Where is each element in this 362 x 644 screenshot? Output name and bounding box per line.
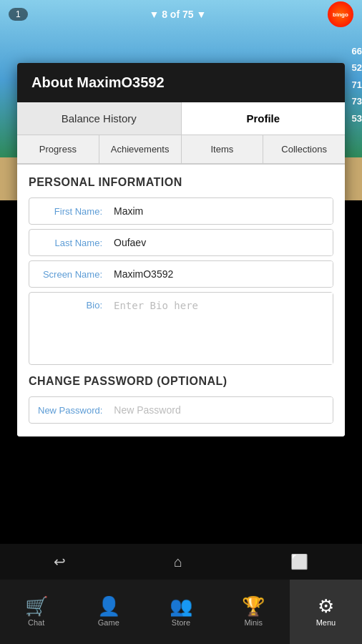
minis-label: Minis [244, 618, 263, 627]
menu-icon: ⚙ [318, 597, 334, 615]
sub-tab-bar: Progress Achievements Items Collections [17, 135, 345, 165]
screen-name-label: Screen Name: [29, 262, 108, 287]
nav-minis[interactable]: 🏆 Minis [217, 580, 290, 644]
store-icon: 👥 [170, 597, 192, 615]
chat-icon: 🛒 [25, 597, 48, 615]
last-name-field-row: Last Name: [29, 229, 333, 256]
tab-items[interactable]: Items [182, 135, 264, 163]
tab-achievements[interactable]: Achievements [99, 135, 182, 163]
game-label: Game [98, 618, 119, 627]
bingo-logo: bingo [328, 1, 353, 27]
game-icon: 👤 [97, 597, 120, 615]
first-name-label: First Name: [29, 199, 108, 224]
chat-label: Chat [28, 618, 44, 627]
top-bar: 1 ▼ 8 of 75 ▼ bingo [0, 0, 362, 29]
bio-input[interactable] [108, 293, 333, 364]
minis-icon: 🏆 [242, 597, 265, 615]
nav-store[interactable]: 👥 Store [145, 580, 217, 644]
last-name-label: Last Name: [29, 230, 108, 255]
modal-content: PERSONAL INFORMATION First Name: Last Na… [17, 165, 345, 436]
change-password-header: CHANGE PASSWORD (OPTIONAL) [29, 375, 333, 388]
main-tab-bar: Balance History Profile [17, 102, 345, 135]
nav-chat[interactable]: 🛒 Chat [0, 580, 72, 644]
modal-title: About MaximO3592 [17, 63, 345, 102]
recent-apps-button[interactable]: ⬜ [276, 547, 323, 576]
last-name-input[interactable] [108, 230, 333, 255]
nav-menu[interactable]: ⚙ Menu [290, 580, 362, 644]
screen-name-input[interactable] [108, 261, 333, 287]
first-name-field-row: First Name: [29, 197, 333, 225]
store-label: Store [172, 618, 190, 627]
new-password-input[interactable] [108, 397, 333, 423]
new-password-field-row: New Password: [29, 396, 333, 424]
tab-progress[interactable]: Progress [17, 135, 99, 163]
profile-modal: About MaximO3592 Balance History Profile… [17, 63, 345, 436]
tab-collections[interactable]: Collections [263, 135, 345, 163]
bottom-nav-bar: 🛒 Chat 👤 Game 👥 Store 🏆 Minis ⚙ Menu [0, 580, 362, 644]
back-button[interactable]: ↩ [39, 547, 80, 576]
system-nav-bar: ↩ ⌂ ⬜ [0, 544, 362, 580]
nav-game[interactable]: 👤 Game [72, 580, 145, 644]
personal-info-header: PERSONAL INFORMATION [29, 176, 333, 189]
tab-balance-history[interactable]: Balance History [17, 102, 182, 135]
bio-field-row: Bio: [29, 292, 333, 365]
tab-profile[interactable]: Profile [182, 102, 346, 135]
menu-label: Menu [316, 618, 336, 627]
page-indicator: ▼ 8 of 75 ▼ [149, 9, 206, 20]
home-button[interactable]: ⌂ [160, 548, 197, 576]
bio-label: Bio: [29, 293, 108, 318]
first-name-input[interactable] [108, 198, 333, 224]
new-password-label: New Password: [29, 398, 108, 423]
notification-badge: 1 [9, 8, 28, 21]
page-indicator-text: ▼ 8 of 75 ▼ [149, 9, 206, 20]
screen-name-field-row: Screen Name: [29, 260, 333, 288]
